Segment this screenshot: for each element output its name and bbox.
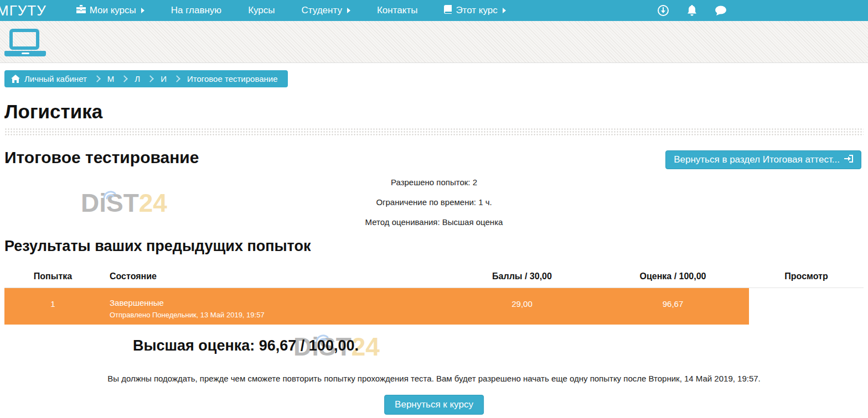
- state-detail: Отправлено Понедельник, 13 Май 2019, 19:…: [110, 311, 439, 319]
- breadcrumb-item-dashboard[interactable]: Личный кабинет: [24, 74, 87, 83]
- download-circle-icon[interactable]: [649, 0, 678, 21]
- wait-message: Вы должны подождать, прежде чем сможете …: [0, 374, 868, 383]
- table-header-row: Попытка Состояние Баллы / 30,00 Оценка /…: [4, 267, 864, 288]
- caret-right-icon: [347, 8, 350, 13]
- briefcase-icon: [76, 5, 86, 16]
- breadcrumb-item-m[interactable]: М: [107, 74, 115, 83]
- chat-bubble-icon[interactable]: [706, 0, 735, 21]
- col-review: Просмотр: [749, 267, 864, 288]
- chevron-right-icon: [147, 75, 154, 82]
- dist24-watermark: DiST24: [81, 188, 167, 218]
- col-state: Состояние: [101, 267, 447, 288]
- nav-item-label: Этот курс: [456, 5, 497, 16]
- grading-method-text: Метод оценивания: Высшая оценка: [0, 217, 868, 227]
- nav-item-label: Контакты: [377, 5, 417, 16]
- col-marks: Баллы / 30,00: [447, 267, 597, 288]
- brand-logo[interactable]: МГУТУ: [0, 2, 63, 19]
- nav-item-label: На главную: [171, 5, 221, 16]
- breadcrumb-item-current: Итоговое тестирование: [187, 74, 278, 83]
- breadcrumb-item-l[interactable]: Л: [135, 74, 140, 83]
- chevron-right-icon: [173, 75, 180, 82]
- sign-in-icon: [844, 154, 853, 165]
- header-banner: [0, 21, 868, 63]
- nav-item-courses[interactable]: Курсы: [235, 0, 288, 21]
- nav-item-label: Студенту: [302, 5, 342, 16]
- nav-item-this-course[interactable]: Этот курс: [431, 0, 519, 21]
- state-label: Завершенные: [110, 298, 439, 307]
- quiz-title: Итоговое тестирование: [4, 148, 199, 167]
- quiz-header-row: Итоговое тестирование Вернуться в раздел…: [4, 148, 864, 167]
- attempts-table: Попытка Состояние Баллы / 30,00 Оценка /…: [4, 267, 864, 325]
- navbar-right-icons: [649, 0, 735, 21]
- attempt-grade: 96,67: [597, 288, 749, 325]
- breadcrumb: Личный кабинет М Л И Итоговое тестирован…: [4, 70, 288, 87]
- caret-right-icon: [503, 8, 506, 13]
- back-to-section-label: Вернуться в раздел Итоговая аттест...: [674, 154, 840, 165]
- nav-item-contacts[interactable]: Контакты: [364, 0, 431, 21]
- attempts-allowed-text: Разрешено попыток: 2: [0, 177, 868, 187]
- nav-item-student[interactable]: Студенту: [288, 0, 364, 21]
- home-icon[interactable]: [11, 75, 20, 83]
- back-to-course-button[interactable]: Вернуться к курсу: [384, 395, 484, 415]
- nav-item-label: Курсы: [248, 5, 275, 16]
- chevron-right-icon: [121, 75, 128, 82]
- attempt-state: Завершенные Отправлено Понедельник, 13 М…: [101, 288, 447, 325]
- col-attempt: Попытка: [4, 267, 101, 288]
- breadcrumb-item-i[interactable]: И: [161, 74, 167, 83]
- attempt-marks: 29,00: [447, 288, 597, 325]
- book-icon: [444, 5, 452, 17]
- nav-item-label: Мои курсы: [90, 5, 136, 16]
- laptop-icon: [4, 29, 46, 56]
- top-navbar: МГУТУ Мои курсы На главную Курсы Студент…: [0, 0, 868, 21]
- back-to-section-button[interactable]: Вернуться в раздел Итоговая аттест...: [665, 150, 861, 169]
- nav-item-home[interactable]: На главную: [158, 0, 235, 21]
- bell-icon[interactable]: [678, 0, 706, 21]
- attempt-review: [749, 288, 864, 325]
- col-grade: Оценка / 100,00: [597, 267, 749, 288]
- results-heading: Результаты ваших предыдущих попыток: [4, 238, 311, 255]
- caret-right-icon: [141, 8, 144, 13]
- wifi-arcs-icon: [101, 176, 120, 206]
- chevron-right-icon: [94, 75, 101, 82]
- nav-item-my-courses[interactable]: Мои курсы: [63, 0, 158, 21]
- dotted-divider: [4, 128, 864, 135]
- table-row: 1 Завершенные Отправлено Понедельник, 13…: [4, 288, 864, 325]
- back-to-course-label: Вернуться к курсу: [395, 399, 473, 410]
- final-grade-text: Высшая оценка: 96,67 / 100,00.: [133, 337, 359, 354]
- attempt-number: 1: [4, 288, 101, 325]
- page-title: Логистика: [4, 101, 102, 123]
